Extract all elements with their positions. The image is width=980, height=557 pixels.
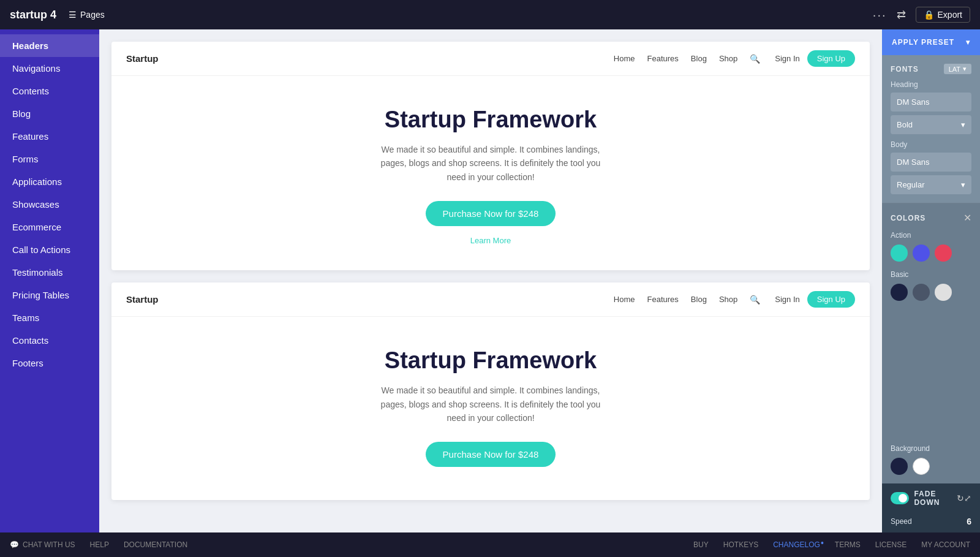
preview-body-2: We made it so beautiful and simple. It c… <box>374 384 607 425</box>
more-options-button[interactable]: ··· <box>873 8 887 22</box>
changelog-link[interactable]: CHANGELOG <box>773 540 820 549</box>
preview-cta-1[interactable]: Purchase Now for $248 <box>426 201 556 226</box>
terms-link[interactable]: TERMS <box>835 540 861 549</box>
topbar: startup 4 ☰ Pages ··· ⇄ 🔒 Export <box>0 0 980 29</box>
body-weight-select[interactable]: Regular ▾ <box>891 175 971 194</box>
preview-nav-shop-2[interactable]: Shop <box>719 295 737 304</box>
preview-navbar-2: Startup Home Features Blog Shop 🔍 Sign I… <box>111 282 870 317</box>
preview-body-1: We made it so beautiful and simple. It c… <box>374 143 607 184</box>
refresh-fade-button[interactable]: ↻ <box>957 493 964 503</box>
preview-cta-2[interactable]: Purchase Now for $248 <box>426 442 556 467</box>
sidebar: Headers Navigations Contents Blog Featur… <box>0 29 99 532</box>
bg-color-white[interactable] <box>913 458 930 475</box>
basic-colors-label: Basic <box>891 270 971 279</box>
lang-label: LAT <box>949 66 960 73</box>
preview-nav-right-2: Sign In Sign Up <box>775 291 855 308</box>
sidebar-item-applications[interactable]: Applications <box>0 170 99 193</box>
sidebar-item-testimonials[interactable]: Testimonials <box>0 261 99 284</box>
sidebar-item-headers[interactable]: Headers <box>0 34 99 57</box>
colors-header: COLORS ✕ <box>891 212 971 224</box>
expand-fade-button[interactable]: ⤢ <box>964 493 971 503</box>
chat-icon: 💬 <box>10 540 19 549</box>
sidebar-item-features[interactable]: Features <box>0 125 99 148</box>
preview-nav-blog-1[interactable]: Blog <box>691 54 707 63</box>
preview-nav-features-2[interactable]: Features <box>647 295 679 304</box>
preview-nav-home-2[interactable]: Home <box>614 295 635 304</box>
main-layout: Headers Navigations Contents Blog Featur… <box>0 29 980 532</box>
preview-signup-1[interactable]: Sign Up <box>807 50 855 67</box>
preview-hero-1: Startup Framework We made it so beautifu… <box>111 76 870 270</box>
action-color-red[interactable] <box>935 244 952 262</box>
action-colors-label: Action <box>891 231 971 240</box>
fade-toggle-switch[interactable] <box>891 492 909 504</box>
fonts-header: FONTS LAT ▾ <box>891 64 971 74</box>
apply-preset-button[interactable]: APPLY PRESET ▾ <box>882 29 980 55</box>
speed-value: 6 <box>967 517 971 526</box>
preview-nav-home-1[interactable]: Home <box>614 54 635 63</box>
basic-color-gray[interactable] <box>913 284 930 301</box>
hotkeys-link[interactable]: HOTKEYS <box>723 540 758 549</box>
sidebar-item-navigations[interactable]: Navigations <box>0 57 99 80</box>
preview-learn-more-1[interactable]: Learn More <box>470 236 511 245</box>
chat-label: CHAT WITH US <box>23 540 75 549</box>
sidebar-item-contacts[interactable]: Contacts <box>0 329 99 352</box>
basic-color-light[interactable] <box>935 284 952 301</box>
action-color-teal[interactable] <box>891 244 908 262</box>
code-toggle-button[interactable]: ⇄ <box>897 8 906 21</box>
sidebar-item-ecommerce[interactable]: Ecommerce <box>0 216 99 238</box>
colors-title: COLORS <box>891 214 925 222</box>
hamburger-icon: ☰ <box>69 10 77 20</box>
body-weight-value: Regular <box>897 180 925 189</box>
export-button[interactable]: 🔒 Export <box>916 7 970 23</box>
sidebar-item-footers[interactable]: Footers <box>0 352 99 374</box>
bg-color-dark[interactable] <box>891 458 908 475</box>
my-account-link[interactable]: MY ACCOUNT <box>921 540 970 549</box>
preview-signin-1[interactable]: Sign In <box>775 54 799 63</box>
sidebar-item-teams[interactable]: Teams <box>0 306 99 329</box>
center-content: Startup Home Features Blog Shop 🔍 Sign I… <box>99 29 882 532</box>
preview-card-1: Startup Home Features Blog Shop 🔍 Sign I… <box>111 42 870 270</box>
chat-with-us-button[interactable]: 💬 CHAT WITH US <box>10 540 75 549</box>
fade-toggle: FADE DOWN <box>891 490 957 507</box>
license-link[interactable]: LICENSE <box>875 540 907 549</box>
sidebar-item-contents[interactable]: Contents <box>0 80 99 102</box>
heading-font-select[interactable]: DM Sans <box>891 93 971 112</box>
right-panel: APPLY PRESET ▾ FONTS LAT ▾ Heading DM Sa… <box>882 29 980 532</box>
action-color-blue[interactable] <box>913 244 930 262</box>
chevron-down-icon: ▾ <box>966 38 970 47</box>
sidebar-item-blog[interactable]: Blog <box>0 102 99 125</box>
background-section: Background <box>882 444 980 483</box>
preview-nav-blog-2[interactable]: Blog <box>691 295 707 304</box>
preview-nav-features-1[interactable]: Features <box>647 54 679 63</box>
background-label: Background <box>891 444 971 453</box>
action-color-swatches <box>891 244 971 262</box>
basic-color-dark[interactable] <box>891 284 908 301</box>
heading-font-value: DM Sans <box>897 97 929 107</box>
sidebar-item-pricing-tables[interactable]: Pricing Tables <box>0 284 99 306</box>
chevron-down-weight-icon: ▾ <box>961 120 965 129</box>
search-icon-2[interactable]: 🔍 <box>750 295 760 305</box>
preview-brand-1: Startup <box>126 53 159 64</box>
sidebar-item-call-to-actions[interactable]: Call to Actions <box>0 238 99 261</box>
preview-signup-2[interactable]: Sign Up <box>807 291 855 308</box>
heading-weight-select[interactable]: Bold ▾ <box>891 115 971 134</box>
fade-section: FADE DOWN ↻ ⤢ <box>882 483 980 513</box>
close-colors-button[interactable]: ✕ <box>963 212 971 224</box>
preview-hero-2: Startup Framework We made it so beautifu… <box>111 317 870 500</box>
pages-menu[interactable]: ☰ Pages <box>69 10 105 20</box>
documentation-link[interactable]: DOCUMENTATION <box>124 540 187 549</box>
preview-navbar-1: Startup Home Features Blog Shop 🔍 Sign I… <box>111 42 870 76</box>
preview-signin-2[interactable]: Sign In <box>775 295 799 304</box>
help-link[interactable]: HELP <box>90 540 109 549</box>
sidebar-item-forms[interactable]: Forms <box>0 148 99 170</box>
search-icon-1[interactable]: 🔍 <box>750 54 760 64</box>
chevron-down-body-weight-icon: ▾ <box>961 180 965 189</box>
preview-nav-shop-1[interactable]: Shop <box>719 54 737 63</box>
fonts-section: FONTS LAT ▾ Heading DM Sans Bold ▾ Body … <box>882 55 980 203</box>
body-font-select[interactable]: DM Sans <box>891 153 971 172</box>
buy-link[interactable]: BUY <box>693 540 709 549</box>
lang-badge[interactable]: LAT ▾ <box>944 64 971 74</box>
topbar-right: ··· ⇄ 🔒 Export <box>873 7 970 23</box>
sidebar-item-showcases[interactable]: Showcases <box>0 193 99 216</box>
pages-label: Pages <box>80 10 105 20</box>
